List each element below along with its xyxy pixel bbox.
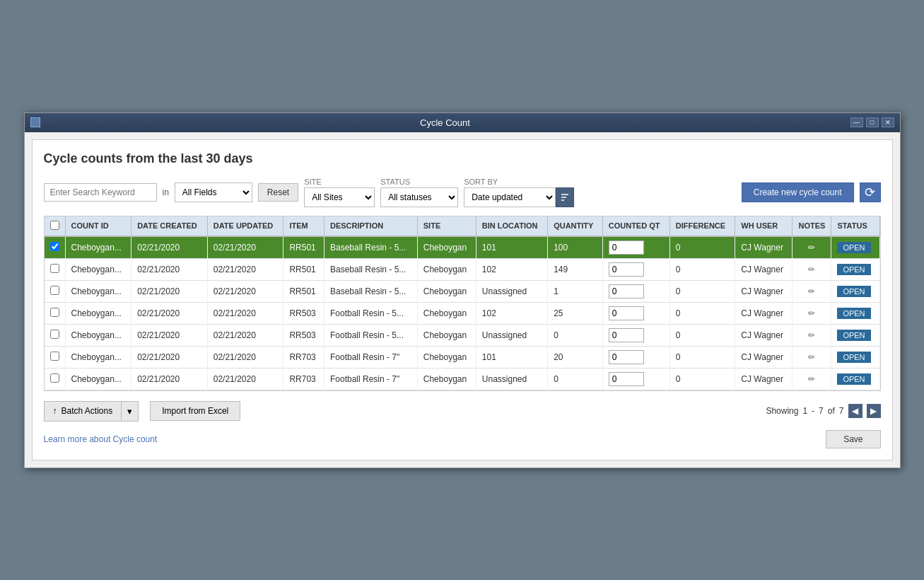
row-description: Football Resin - 7" <box>324 368 417 390</box>
site-select[interactable]: All Sites <box>304 187 375 207</box>
edit-icon[interactable]: ✏ <box>808 286 815 296</box>
row-date-created: 02/21/2020 <box>131 280 208 302</box>
search-input[interactable] <box>44 183 157 202</box>
counted-qty-input[interactable] <box>609 328 644 342</box>
header-checkbox-col <box>45 216 66 236</box>
row-counted-qty[interactable] <box>602 346 669 368</box>
row-difference: 0 <box>669 324 735 346</box>
row-description: Baseball Resin - 5... <box>324 236 417 259</box>
row-counted-qty[interactable] <box>602 368 669 390</box>
row-item: RR703 <box>283 368 324 390</box>
learn-more-link[interactable]: Learn more about Cycle count <box>44 434 158 444</box>
next-page-button[interactable]: ▶ <box>867 404 881 418</box>
header-status: STATUS <box>831 216 879 236</box>
counted-qty-input[interactable] <box>609 284 644 298</box>
row-counted-qty[interactable] <box>602 324 669 346</box>
row-bin-location: Unassigned <box>476 280 547 302</box>
row-counted-qty[interactable] <box>602 258 669 280</box>
row-counted-qty[interactable] <box>602 236 669 259</box>
edit-icon[interactable]: ✏ <box>808 308 815 318</box>
table-row: Cheboygan... 02/21/2020 02/21/2020 RR501… <box>45 258 880 280</box>
batch-actions-dropdown-button[interactable]: ▾ <box>122 401 139 422</box>
batch-actions-button[interactable]: ↑ Batch Actions <box>44 401 122 422</box>
sort-icon <box>560 192 570 202</box>
header-description: DESCRIPTION <box>324 216 417 236</box>
edit-icon[interactable]: ✏ <box>808 330 815 340</box>
row-checkbox[interactable] <box>50 264 59 273</box>
toolbar: in All Fields Reset SITE All Sites STATU… <box>44 178 881 207</box>
status-badge: OPEN <box>837 242 870 253</box>
page-title: Cycle counts from the last 30 days <box>44 151 881 166</box>
edit-icon[interactable]: ✏ <box>808 352 815 362</box>
row-wh-user: CJ Wagner <box>735 368 793 390</box>
row-site: Cheboygan <box>417 324 476 346</box>
select-all-checkbox[interactable] <box>50 221 59 230</box>
maximize-button[interactable]: □ <box>866 117 879 127</box>
row-checkbox-cell <box>45 236 66 259</box>
row-date-updated: 02/21/2020 <box>207 368 283 390</box>
row-item: RR501 <box>283 280 324 302</box>
row-description: Football Resin - 5... <box>324 302 417 324</box>
edit-icon[interactable]: ✏ <box>808 265 815 274</box>
row-item: RR503 <box>283 324 324 346</box>
bottom-bar: Learn more about Cycle count Save <box>44 430 881 448</box>
cycle-count-table: COUNT ID DATE CREATED DATE UPDATED ITEM … <box>44 216 881 391</box>
row-notes: ✏ <box>793 236 831 259</box>
row-quantity: 1 <box>548 280 603 302</box>
header-date-created: DATE CREATED <box>131 216 208 236</box>
row-item: RR501 <box>283 258 324 280</box>
row-quantity: 25 <box>548 302 603 324</box>
reset-button[interactable]: Reset <box>258 183 298 202</box>
status-filter-group: STATUS All statuses <box>380 178 458 207</box>
edit-icon[interactable]: ✏ <box>808 243 815 253</box>
row-checkbox[interactable] <box>50 286 59 295</box>
row-count-id: Cheboygan... <box>65 280 131 302</box>
row-checkbox[interactable] <box>50 352 59 361</box>
row-checkbox[interactable] <box>50 242 59 251</box>
row-checkbox-cell <box>45 346 66 368</box>
field-select[interactable]: All Fields <box>175 182 252 202</box>
title-bar: Cycle Count — □ ✕ <box>25 113 900 132</box>
row-count-id: Cheboygan... <box>65 368 131 390</box>
counted-qty-input[interactable] <box>609 262 644 277</box>
row-checkbox[interactable] <box>50 373 59 383</box>
refresh-button[interactable]: ⟳ <box>860 182 881 202</box>
row-checkbox-cell <box>45 280 66 302</box>
import-excel-button[interactable]: Import from Excel <box>150 401 240 421</box>
counted-qty-input[interactable] <box>609 350 644 364</box>
row-counted-qty[interactable] <box>602 302 669 324</box>
minimize-button[interactable]: — <box>850 117 863 127</box>
sort-direction-button[interactable] <box>556 187 574 207</box>
sort-select[interactable]: Date updated <box>464 187 556 207</box>
row-counted-qty[interactable] <box>602 280 669 302</box>
row-date-updated: 02/21/2020 <box>207 258 283 280</box>
row-site: Cheboygan <box>417 302 476 324</box>
save-button[interactable]: Save <box>826 430 880 448</box>
row-site: Cheboygan <box>417 368 476 390</box>
table-row: Cheboygan... 02/21/2020 02/21/2020 RR503… <box>45 302 880 324</box>
counted-qty-input[interactable] <box>609 306 644 320</box>
edit-icon[interactable]: ✏ <box>808 374 815 384</box>
row-status: OPEN <box>831 368 879 390</box>
sort-label: SORT BY <box>464 178 574 186</box>
main-content: Cycle counts from the last 30 days in Al… <box>32 139 893 460</box>
row-checkbox[interactable] <box>50 308 59 317</box>
row-checkbox-cell <box>45 302 66 324</box>
row-difference: 0 <box>669 346 735 368</box>
row-count-id: Cheboygan... <box>65 258 131 280</box>
counted-qty-input[interactable] <box>609 240 644 255</box>
status-label: STATUS <box>380 178 458 186</box>
status-select[interactable]: All statuses <box>380 187 458 207</box>
table-row: Cheboygan... 02/21/2020 02/21/2020 RR501… <box>45 236 880 259</box>
row-checkbox[interactable] <box>50 330 59 339</box>
counted-qty-input[interactable] <box>609 372 644 386</box>
close-button[interactable]: ✕ <box>882 117 894 127</box>
prev-page-button[interactable]: ◀ <box>848 404 862 418</box>
row-difference: 0 <box>669 368 735 390</box>
row-status: OPEN <box>831 280 879 302</box>
row-site: Cheboygan <box>417 258 476 280</box>
create-cycle-count-button[interactable]: Create new cycle count <box>742 182 854 202</box>
page-dash: - <box>812 406 814 416</box>
row-item: RR501 <box>283 236 324 259</box>
row-description: Football Resin - 7" <box>324 346 417 368</box>
